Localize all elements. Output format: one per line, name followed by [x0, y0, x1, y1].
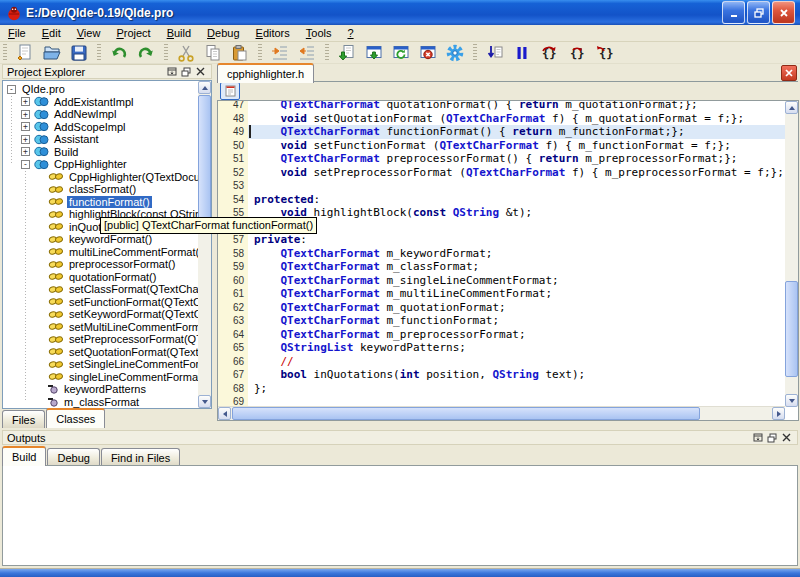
step-out-icon[interactable]: {} [564, 42, 588, 64]
dock-icon[interactable] [751, 432, 765, 444]
close-panel-icon[interactable] [193, 66, 207, 78]
tree-item-keywordpatterns[interactable]: keywordPatterns [3, 383, 211, 396]
tree-item-qide-pro[interactable]: -QIde.pro [3, 83, 211, 96]
tree-item-cpphighlighter-qtextdocumen[interactable]: CppHighlighter(QTextDocumen... [3, 171, 211, 184]
code-line-52[interactable]: 52 void setPreprocessorFormat (QTextChar… [218, 166, 785, 180]
tree-vscrollbar[interactable] [198, 81, 211, 408]
tree-item-singlelinecommentformat[interactable]: singleLineCommentFormat() [3, 371, 211, 384]
menu-editors[interactable]: Editors [248, 26, 298, 40]
menu-view[interactable]: View [69, 26, 109, 40]
undo-icon[interactable] [107, 42, 131, 64]
code-line-62[interactable]: 62 QTextCharFormat m_quotationFormat; [218, 301, 785, 315]
step-over-icon[interactable]: {} [537, 42, 561, 64]
code-line-48[interactable]: 48 void setQuotationFormat (QTextCharFor… [218, 112, 785, 126]
code-line-47[interactable]: 47 QTextCharFormat quotationFormat() { r… [218, 101, 785, 112]
tree-item-setfunctionformat-qtextchar[interactable]: setFunctionFormat(QTextChar... [3, 296, 211, 309]
step-instruction-icon[interactable]: {} [591, 42, 615, 64]
menu-edit[interactable]: Edit [34, 26, 69, 40]
editor-close-button[interactable] [781, 65, 797, 81]
open-file-icon[interactable] [40, 42, 64, 64]
code-editor[interactable]: 47 QTextCharFormat quotationFormat() { r… [217, 100, 799, 421]
code-line-58[interactable]: 58 QTextCharFormat m_keywordFormat; [218, 247, 785, 261]
expand-icon[interactable]: + [21, 97, 30, 106]
tab-classes[interactable]: Classes [46, 408, 105, 428]
menu-tools[interactable]: Tools [298, 26, 340, 40]
code-line-54[interactable]: 54protected: [218, 193, 785, 207]
scroll-down-icon[interactable] [785, 394, 798, 407]
editor-vscroll-thumb[interactable] [785, 281, 798, 377]
tree-vscroll-thumb[interactable] [198, 95, 211, 233]
tree-item-addnewimpl[interactable]: +AddNewImpl [3, 108, 211, 121]
tree-item-setquotationformat-qtextch[interactable]: setQuotationFormat(QTextCh... [3, 346, 211, 359]
toolbar-grip[interactable] [97, 44, 101, 62]
code-line-61[interactable]: 61 QTextCharFormat m_multiLineCommentFor… [218, 287, 785, 301]
menu-project[interactable]: Project [108, 26, 158, 40]
tree-item-addscopeimpl[interactable]: +AddScopeImpl [3, 121, 211, 134]
run-window-icon[interactable] [362, 42, 386, 64]
code-line-57[interactable]: 57private: [218, 233, 785, 247]
float-icon[interactable] [179, 66, 193, 78]
save-file-icon[interactable] [67, 42, 91, 64]
editor-hscroll-thumb[interactable] [232, 407, 700, 420]
tree-item-quotationformat[interactable]: quotationFormat() [3, 271, 211, 284]
step-into-file-icon[interactable] [483, 42, 507, 64]
code-line-66[interactable]: 66 // [218, 355, 785, 369]
menu-debug[interactable]: Debug [199, 26, 247, 40]
expand-icon[interactable]: + [21, 110, 30, 119]
source-file-button[interactable] [220, 82, 240, 100]
code-line-65[interactable]: 65 QStringList keywordPatterns; [218, 341, 785, 355]
collapse-icon[interactable]: - [7, 85, 16, 94]
code-line-60[interactable]: 60 QTextCharFormat m_singleLineCommentFo… [218, 274, 785, 288]
toolbar-grip[interactable] [258, 44, 262, 62]
project-tree[interactable]: -QIde.pro+AddExistantImpl+AddNewImpl+Add… [2, 80, 212, 409]
code-line-67[interactable]: 67 bool inQuotations(int position, QStri… [218, 368, 785, 382]
toolbar-grip[interactable] [473, 44, 477, 62]
tree-item-setpreprocessorformat-qtext[interactable]: setPreprocessorFormat(QText... [3, 333, 211, 346]
close-button[interactable] [772, 1, 795, 24]
tab-debug[interactable]: Debug [47, 448, 99, 466]
collapse-icon[interactable]: - [21, 160, 30, 169]
scroll-down-icon[interactable] [198, 395, 211, 408]
toolbar-grip[interactable] [325, 44, 329, 62]
menu-build[interactable]: Build [159, 26, 199, 40]
settings-gear-icon[interactable] [443, 42, 467, 64]
tab-files[interactable]: Files [2, 410, 45, 428]
code-line-49[interactable]: 49 QTextCharFormat functionFormat() { re… [218, 125, 785, 139]
tree-item-functionformat[interactable]: functionFormat() [3, 196, 211, 209]
code-line-50[interactable]: 50 void setFunctionFormat (QTextCharForm… [218, 139, 785, 153]
new-file-icon[interactable] [13, 42, 37, 64]
paste-icon[interactable] [228, 42, 252, 64]
tree-item-m_classformat[interactable]: m_classFormat [3, 396, 211, 409]
toolbar-grip[interactable] [164, 44, 168, 62]
tree-item-setsinglelinecommentformat[interactable]: setSingleLineCommentFormat(... [3, 358, 211, 371]
tree-item-build[interactable]: +Build [3, 146, 211, 159]
stop-window-icon[interactable] [416, 42, 440, 64]
tree-item-setclassformat-qtextcharfor[interactable]: setClassFormat(QTextCharFor... [3, 283, 211, 296]
toolbar-grip[interactable] [3, 44, 7, 62]
tree-item-multilinecommentformat[interactable]: multiLineCommentFormat() [3, 246, 211, 259]
expand-icon[interactable]: + [21, 135, 30, 144]
expand-icon[interactable]: + [21, 122, 30, 131]
indent-icon[interactable] [268, 42, 292, 64]
tree-item-cpphighlighter[interactable]: -CppHighlighter [3, 158, 211, 171]
scroll-up-icon[interactable] [198, 81, 211, 94]
title-bar[interactable]: E:/Dev/QIde-0.19/QIde.pro [0, 0, 800, 25]
tree-item-setmultilinecommentformat-q[interactable]: setMultiLineCommentFormat(Q... [3, 321, 211, 334]
code-line-68[interactable]: 68}; [218, 382, 785, 396]
tree-item-setkeywordformat-qtextchar[interactable]: setKeywordFormat(QTextChar... [3, 308, 211, 321]
dock-icon[interactable] [165, 66, 179, 78]
float-icon[interactable] [765, 432, 779, 444]
restore-button[interactable] [747, 1, 770, 24]
copy-icon[interactable] [201, 42, 225, 64]
scroll-up-icon[interactable] [785, 101, 798, 114]
menu-file[interactable]: File [0, 26, 34, 40]
tab-find-in-files[interactable]: Find in Files [101, 448, 180, 466]
scroll-right-icon[interactable] [772, 407, 785, 420]
code-line-59[interactable]: 59 QTextCharFormat m_classFormat; [218, 260, 785, 274]
menu-?[interactable]: ? [339, 26, 361, 40]
minimize-button[interactable] [722, 1, 745, 24]
output-content[interactable] [2, 465, 798, 566]
tree-item-assistant[interactable]: +Assistant [3, 133, 211, 146]
tree-item-keywordformat[interactable]: keywordFormat() [3, 233, 211, 246]
unindent-icon[interactable] [295, 42, 319, 64]
